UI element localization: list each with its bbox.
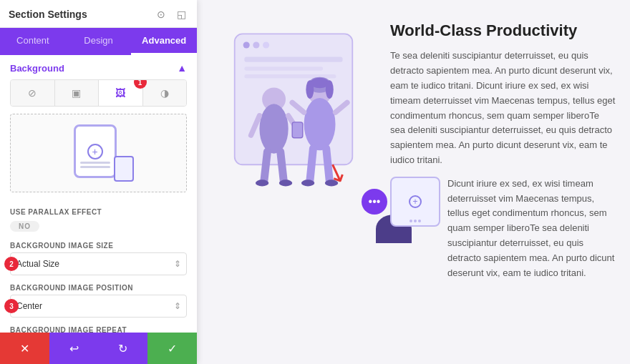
redo-button[interactable]: ↻ [99, 333, 148, 364]
gradient-icon: ◑ [160, 87, 169, 99]
svg-point-14 [256, 179, 268, 186]
background-title: Background [10, 63, 64, 74]
parallax-section: Use Parallax Effect NO [0, 202, 197, 237]
inline-tablet-dots [410, 220, 421, 222]
inline-tablet-dot-1 [410, 220, 412, 222]
text-content: World-Class Productivity Te sea deleniti… [390, 14, 616, 280]
cancel-button[interactable]: ✕ [0, 333, 49, 364]
panel-header: Section Settings ⊙ ◱ [0, 0, 197, 28]
content-heading: World-Class Productivity [390, 21, 616, 40]
illustration-svg [215, 14, 372, 243]
bg-type-none-button[interactable]: ⊘ [11, 80, 55, 106]
image-size-select-wrap: 2 Actual Size Cover Contain ⇕ [10, 252, 187, 275]
image-icon: 🖼 [115, 87, 125, 99]
svg-line-24 [310, 148, 314, 181]
parallax-toggle[interactable]: NO [10, 221, 39, 232]
svg-rect-11 [292, 122, 303, 138]
inline-tablet-image: + [390, 177, 440, 227]
panel-header-icons: ⊙ ◱ [154, 7, 188, 21]
badge-3: 3 [4, 299, 19, 313]
no-bg-icon: ⊘ [28, 87, 37, 99]
parallax-label: Use Parallax Effect [10, 208, 187, 216]
content-paragraph-2: Dicunt iriure ex sed, ex wisi timeam det… [447, 177, 616, 281]
image-position-select[interactable]: Center Top Bottom Left Right [10, 295, 187, 318]
tablet-plus-icon: + [87, 144, 103, 159]
image-upload-area[interactable]: + [10, 114, 187, 192]
illustration-wrap: ↘ ••• [211, 14, 376, 243]
panel-title: Section Settings [9, 9, 87, 20]
background-section-header: Background ▲ [0, 55, 197, 79]
expand-icon[interactable]: ◱ [174, 7, 188, 21]
dots-icon: ••• [369, 195, 381, 208]
background-chevron-icon[interactable]: ▲ [177, 62, 187, 74]
undo-icon: ↩ [69, 342, 79, 355]
image-position-label: Background Image Position [10, 284, 187, 292]
bg-type-gradient-button[interactable]: ◑ [143, 80, 187, 106]
image-position-group: Background Image Position 3 Center Top B… [0, 280, 197, 322]
tab-advanced[interactable]: Advanced [131, 28, 197, 55]
image-size-group: Background Image Size 2 Actual Size Cove… [0, 237, 197, 280]
svg-point-19 [326, 80, 334, 99]
color-icon: ▣ [72, 87, 81, 99]
svg-point-2 [253, 41, 259, 48]
svg-point-20 [306, 80, 314, 99]
svg-point-3 [263, 41, 269, 48]
image-size-label: Background Image Size [10, 242, 187, 250]
bg-type-color-button[interactable]: ▣ [55, 80, 100, 106]
content-paragraph-1: Te sea deleniti suscipiantur deterruisse… [390, 49, 616, 167]
right-panel: ↘ ••• World-Class Productivity Te sea de… [197, 0, 630, 364]
inline-img-row: + Dicunt iriure ex sed, ex wisi timeam d… [390, 177, 616, 281]
content-area: ↘ ••• World-Class Productivity Te sea de… [197, 0, 630, 364]
redo-icon: ↻ [118, 342, 127, 355]
svg-point-26 [301, 179, 314, 186]
svg-rect-5 [244, 67, 323, 70]
tab-design[interactable]: Design [66, 28, 132, 55]
inline-tablet-dot-2 [414, 220, 417, 222]
parallax-value: NO [19, 222, 31, 230]
svg-rect-4 [244, 56, 342, 62]
image-position-select-wrap: 3 Center Top Bottom Left Right ⇕ [10, 295, 187, 318]
badge-2: 2 [4, 257, 19, 271]
phone-mini [114, 156, 134, 182]
settings-icon[interactable]: ⊙ [154, 7, 168, 21]
image-repeat-label: Background Image Repeat [10, 326, 187, 333]
tablet-body: + [74, 124, 117, 178]
inline-tablet-plus-icon: + [409, 195, 422, 208]
bottom-bar: ✕ ↩ ↻ ✓ [0, 333, 197, 364]
inline-tablet-dot-3 [418, 220, 421, 222]
image-repeat-group: Background Image Repeat 4 No Repeat Repe… [0, 322, 197, 333]
svg-point-8 [259, 104, 288, 153]
tablet-line-2 [80, 166, 110, 168]
tablet-lines [80, 162, 110, 170]
tablet-line-1 [80, 162, 110, 164]
bg-type-image-button[interactable]: 🖼 1 [99, 80, 143, 106]
panel-body: Background ▲ ⊘ ▣ 🖼 1 ◑ + [0, 55, 197, 333]
left-panel: Section Settings ⊙ ◱ Content Design Adva… [0, 0, 197, 364]
image-size-select[interactable]: Actual Size Cover Contain [10, 252, 187, 275]
tabs-bar: Content Design Advanced [0, 28, 197, 55]
cancel-icon: ✕ [20, 342, 29, 355]
tab-content[interactable]: Content [0, 28, 66, 55]
svg-line-12 [264, 152, 268, 181]
undo-button[interactable]: ↩ [49, 333, 99, 364]
svg-point-21 [304, 98, 336, 150]
bg-type-row: ⊘ ▣ 🖼 1 ◑ [10, 79, 187, 107]
tablet-illustration: + [74, 124, 124, 182]
confirm-icon: ✓ [168, 342, 177, 355]
three-dots-button[interactable]: ••• [362, 189, 387, 215]
svg-point-1 [243, 41, 250, 48]
svg-point-15 [279, 179, 292, 186]
svg-line-13 [281, 152, 284, 181]
svg-rect-0 [235, 34, 353, 164]
confirm-button[interactable]: ✓ [147, 333, 197, 364]
